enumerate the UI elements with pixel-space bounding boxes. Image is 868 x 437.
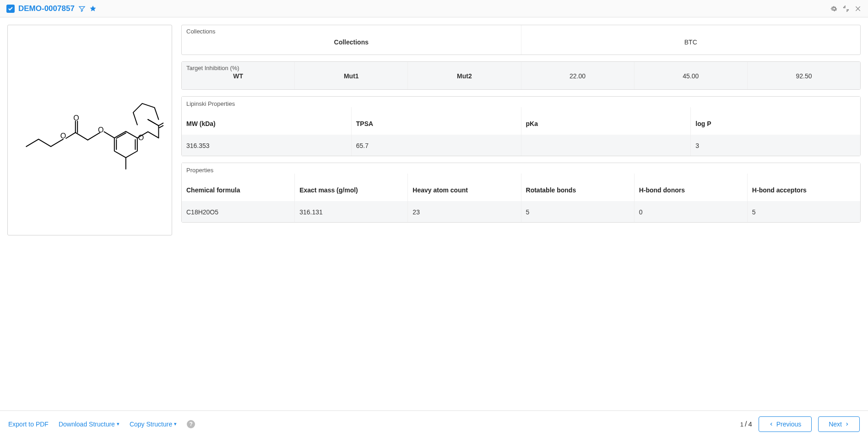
prop-header-formula: Chemical formula xyxy=(182,174,295,201)
pager-slash: / xyxy=(745,420,747,428)
properties-data-row: C18H20O5 316.131 23 5 0 5 xyxy=(182,201,860,222)
target-caption: Target Inhibition (%) xyxy=(186,65,239,71)
prop-header-rotatable: Rotatable bonds xyxy=(521,174,635,201)
properties-header-row: Chemical formula Exact mass (g/mol) Heav… xyxy=(182,174,860,201)
select-checkbox[interactable] xyxy=(6,5,15,13)
molecule-structure-icon: O O O O xyxy=(16,36,163,224)
chevron-down-icon: ▾ xyxy=(117,421,119,427)
chevron-left-icon xyxy=(769,422,774,426)
content-area: O O O O xyxy=(0,17,868,410)
lipinski-value-pka xyxy=(521,135,691,156)
lipinski-value-tpsa: 65.7 xyxy=(352,135,521,156)
close-icon[interactable] xyxy=(854,5,862,12)
lipinski-header-tpsa: TPSA xyxy=(352,107,521,135)
header-right xyxy=(830,5,862,12)
lipinski-data-row: 316.353 65.7 3 xyxy=(182,135,860,156)
properties-caption: Properties xyxy=(182,163,860,174)
pager-current: 1 xyxy=(740,421,743,428)
prop-value-hacceptors: 5 xyxy=(748,201,860,222)
footer-right: 1 / 4 Previous Next xyxy=(740,416,860,432)
next-label: Next xyxy=(829,421,842,428)
target-label-mut2: Mut2 xyxy=(408,62,521,89)
lipinski-header-pka: pKa xyxy=(521,107,691,135)
footer-bar: Export to PDF Download Structure ▾ Copy … xyxy=(0,410,868,437)
lipinski-value-mw: 316.353 xyxy=(182,135,352,156)
lipinski-section: Lipinski Properties MW (kDa) TPSA pKa lo… xyxy=(181,96,861,156)
prop-value-hdonors: 0 xyxy=(635,201,748,222)
collections-caption: Collections xyxy=(186,28,216,35)
lipinski-header-logp: log P xyxy=(691,107,860,135)
properties-section: Properties Chemical formula Exact mass (… xyxy=(181,163,861,223)
header-bar: DEMO-0007857 xyxy=(0,0,868,17)
prop-value-heavy: 23 xyxy=(408,201,521,222)
data-pane: Collections Collections BTC Target Inhib… xyxy=(181,25,861,402)
checkmark-icon xyxy=(8,6,13,11)
lipinski-header-mw: MW (kDa) xyxy=(182,107,352,135)
target-row: WT Mut1 Mut2 22.00 45.00 92.50 xyxy=(182,62,860,89)
prop-value-mass: 316.131 xyxy=(295,201,408,222)
target-label-mut1: Mut1 xyxy=(295,62,408,89)
target-value-wt: 22.00 xyxy=(521,62,635,89)
target-value-mut2: 92.50 xyxy=(748,62,860,89)
settings-icon[interactable] xyxy=(830,5,838,12)
prop-header-hacceptors: H-bond acceptors xyxy=(748,174,860,201)
copy-structure-label: Copy Structure xyxy=(130,421,172,428)
download-structure-link[interactable]: Download Structure ▾ xyxy=(59,421,119,428)
prop-header-mass: Exact mass (g/mol) xyxy=(295,174,408,201)
lipinski-value-logp: 3 xyxy=(691,135,860,156)
chevron-down-icon: ▾ xyxy=(174,421,177,427)
collections-section: Collections Collections BTC xyxy=(181,25,861,55)
prop-header-heavy: Heavy atom count xyxy=(408,174,521,201)
svg-text:O: O xyxy=(98,126,104,134)
export-pdf-label: Export to PDF xyxy=(8,421,49,428)
next-button[interactable]: Next xyxy=(818,416,860,432)
collections-row: Collections BTC xyxy=(182,25,860,55)
svg-text:O: O xyxy=(73,114,79,122)
download-structure-label: Download Structure xyxy=(59,421,115,428)
lipinski-header-row: MW (kDa) TPSA pKa log P xyxy=(182,107,860,135)
pager-total: 4 xyxy=(748,420,752,428)
prop-header-hdonors: H-bond donors xyxy=(635,174,748,201)
collapse-icon[interactable] xyxy=(842,5,850,12)
lipinski-caption: Lipinski Properties xyxy=(182,97,860,107)
target-inhibition-section: Target Inhibition (%) WT Mut1 Mut2 22.00… xyxy=(181,61,861,90)
structure-pane[interactable]: O O O O xyxy=(7,25,172,235)
prop-value-rotatable: 5 xyxy=(521,201,635,222)
copy-structure-link[interactable]: Copy Structure ▾ xyxy=(130,421,177,428)
star-icon[interactable] xyxy=(89,5,97,12)
prop-value-formula: C18H20O5 xyxy=(182,201,295,222)
previous-button[interactable]: Previous xyxy=(759,416,812,432)
record-title[interactable]: DEMO-0007857 xyxy=(18,4,75,13)
collections-value-cell: BTC xyxy=(521,25,861,55)
target-value-mut1: 45.00 xyxy=(635,62,748,89)
help-icon[interactable]: ? xyxy=(187,420,195,428)
svg-text:O: O xyxy=(60,131,66,140)
pager-indicator: 1 / 4 xyxy=(740,420,752,428)
header-left: DEMO-0007857 xyxy=(6,4,97,13)
collections-label-cell: Collections xyxy=(182,25,521,55)
footer-left: Export to PDF Download Structure ▾ Copy … xyxy=(8,420,195,428)
chevron-right-icon xyxy=(845,422,849,426)
filter-icon[interactable] xyxy=(78,5,86,12)
previous-label: Previous xyxy=(776,421,801,428)
export-pdf-link[interactable]: Export to PDF xyxy=(8,421,49,428)
